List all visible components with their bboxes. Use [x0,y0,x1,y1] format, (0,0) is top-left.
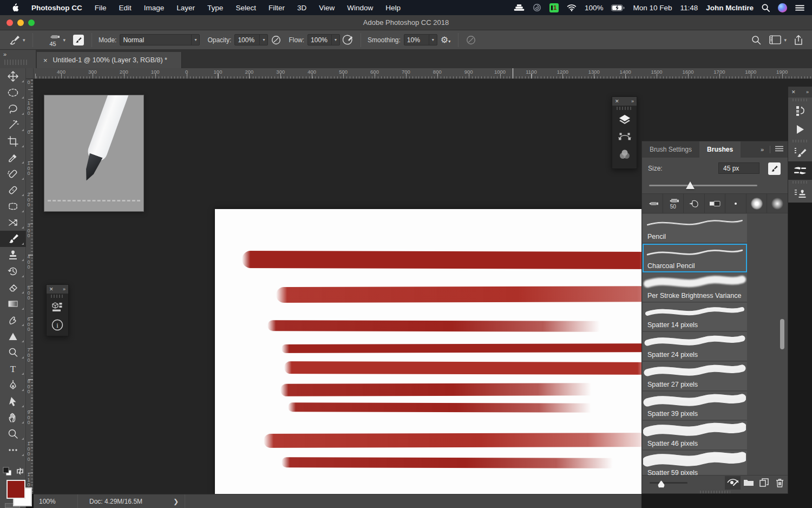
panel-expand-icon[interactable]: » [631,99,634,104]
patch-tool[interactable] [0,198,26,214]
zoom-tool[interactable] [0,426,26,442]
dock-expand-icon[interactable]: » [806,89,809,95]
brushes-panel-icon[interactable] [788,161,812,180]
brush-settings-toggle-button[interactable] [768,162,781,175]
eraser-tool[interactable] [0,279,26,296]
smoothing-gear-icon[interactable]: ⚙▾ [441,35,450,45]
siri-icon[interactable] [778,3,787,12]
eyedropper-tool[interactable] [0,149,26,166]
brush-list-scrollbar[interactable] [780,319,784,349]
recent-brush-airbrush[interactable] [684,194,705,213]
recent-brush-hard-round[interactable] [725,194,746,213]
menu-help[interactable]: Help [385,4,401,12]
marquee-tool[interactable] [0,84,26,101]
content-aware-move-tool[interactable] [0,214,26,231]
menu-select[interactable]: Select [235,4,256,12]
size-pressure-icon[interactable] [466,35,476,45]
horizontal-ruler[interactable]: 4003002001000100200300400500600700800900… [34,68,812,79]
brush-item-pencil[interactable]: Pencil [643,214,747,243]
smudge-tool[interactable] [0,312,26,328]
spiral-status-icon[interactable] [533,3,541,12]
collapse-panels-icon[interactable]: » [3,51,7,57]
brush-preset-picker[interactable]: 45 [46,34,60,47]
panel-expand-icon[interactable]: » [63,286,66,292]
vertical-ruler[interactable]: 01 0 001 0 02 0 03 0 04 0 05 0 06 0 07 0… [26,79,34,494]
info-panel-icon[interactable]: i [47,316,68,334]
toolbar-grip[interactable] [4,60,27,65]
toggle-stroke-preview-button[interactable] [725,476,741,490]
recent-brush-soft-round[interactable] [746,194,768,213]
clone-stamp-tool[interactable] [0,247,26,263]
brush-item-spatter-24-pixels[interactable]: Spatter 24 pixels [643,332,747,361]
new-brush-button[interactable] [756,476,772,490]
history-brush-tool[interactable] [0,263,26,279]
magic-wand-tool[interactable] [0,117,26,133]
recent-brush-pencil-50[interactable]: 50 [663,194,684,213]
stroke-preview-slider[interactable] [650,482,687,484]
panel-resize-grip[interactable] [642,490,788,494]
shape-tool[interactable] [0,328,26,344]
brush-tool-preset-icon[interactable]: ▾ [9,34,25,46]
airbrush-icon[interactable] [343,35,353,45]
properties-panel-icon[interactable] [47,299,68,316]
healing-brush-tool[interactable] [0,182,26,198]
wifi-icon[interactable] [567,4,577,11]
history-panel-icon[interactable] [788,102,812,120]
share-icon[interactable] [794,35,803,45]
swap-colors-icon[interactable] [15,466,25,476]
layers-panel-icon[interactable] [612,111,637,128]
minimize-window-button[interactable] [17,19,24,26]
app-status-badge-icon[interactable]: 1 [549,3,559,12]
search-icon[interactable] [751,35,761,45]
new-brush-group-button[interactable] [741,476,756,490]
path-selection-tool[interactable] [0,393,26,409]
menu-3d[interactable]: 3D [297,4,306,12]
brush-item-spatter-46-pixels[interactable]: Spatter 46 pixels [643,421,747,450]
notification-center-icon[interactable] [795,4,804,11]
gradient-tool[interactable] [0,296,26,312]
panel-collapse-icon[interactable]: » [761,146,764,153]
document-canvas[interactable] [215,209,690,508]
menu-layer[interactable]: Layer [176,4,195,12]
menu-filter[interactable]: Filter [269,4,285,12]
opacity-pressure-icon[interactable] [271,35,281,45]
document-tab[interactable]: × Untitled-1 @ 100% (Layer 3, RGB/8) * [37,52,182,68]
clone-source-panel-icon[interactable] [788,184,812,203]
brush-item-charcoal-pencil[interactable]: Charcoal Pencil [643,244,747,273]
delete-brush-button[interactable] [772,476,788,490]
type-tool[interactable]: T [0,361,26,377]
foreground-color-swatch[interactable] [6,480,25,499]
dock-close-icon[interactable]: ✕ [791,89,796,95]
tab-brush-settings[interactable]: Brush Settings [642,141,699,158]
blend-mode-select[interactable]: Normal▾ [120,34,200,45]
actions-panel-icon[interactable] [788,120,812,139]
brush-item-spatter-39-pixels[interactable]: Spatter 39 pixels [643,392,747,421]
menu-date[interactable]: Mon 10 Feb [633,4,672,12]
brush-size-input[interactable]: 45 px [718,162,759,174]
opacity-select[interactable]: 100%▾ [234,34,268,45]
close-tab-icon[interactable]: × [43,56,48,64]
brush-item-spatter-14-pixels[interactable]: Spatter 14 pixels [643,303,747,332]
flow-select[interactable]: 100%▾ [307,34,340,45]
recent-brush-flat[interactable] [705,194,726,213]
menu-user[interactable]: John McIntire [706,4,754,12]
recent-brush-pencil[interactable] [642,194,663,213]
brush-settings-panel-icon[interactable] [788,143,812,161]
status-expand-icon[interactable]: ❯ [173,498,179,505]
crop-tool[interactable] [0,133,26,149]
keyboard-brightness-icon[interactable] [514,4,525,11]
spot-healing-brush-tool[interactable] [0,166,26,182]
tab-brushes[interactable]: Brushes [699,141,741,158]
default-colors-icon[interactable] [3,467,12,477]
brush-item-spatter-59-pixels[interactable]: Spatter 59 pixels [643,451,747,475]
menu-window[interactable]: Window [347,4,373,12]
menu-edit[interactable]: Edit [119,4,132,12]
dodge-tool[interactable] [0,344,26,361]
brush-item-per-stroke-brightness-variance[interactable]: Per Stroke Brightness Variance [643,273,747,302]
toggle-brush-settings-panel-button[interactable] [73,35,84,45]
slider-thumb[interactable] [686,181,695,189]
channels-panel-icon[interactable] [612,146,637,163]
brush-tool[interactable] [0,231,26,247]
close-window-button[interactable] [6,19,13,26]
pen-tool[interactable] [0,377,26,393]
